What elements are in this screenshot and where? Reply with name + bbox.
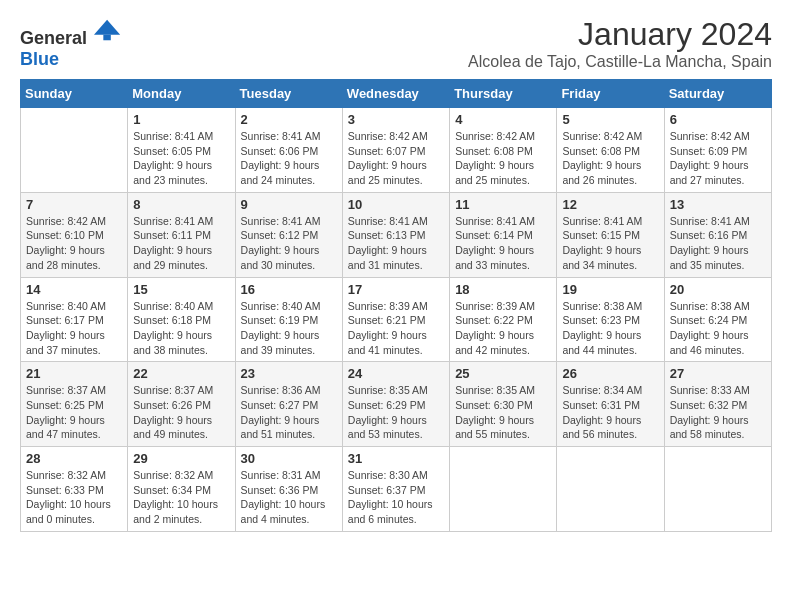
day-number: 30 [241, 451, 337, 466]
day-number: 9 [241, 197, 337, 212]
calendar-cell: 27Sunrise: 8:33 AMSunset: 6:32 PMDayligh… [664, 362, 771, 447]
calendar-cell [21, 108, 128, 193]
calendar-cell: 2Sunrise: 8:41 AMSunset: 6:06 PMDaylight… [235, 108, 342, 193]
calendar-cell: 5Sunrise: 8:42 AMSunset: 6:08 PMDaylight… [557, 108, 664, 193]
day-number: 20 [670, 282, 766, 297]
day-info: Sunrise: 8:36 AMSunset: 6:27 PMDaylight:… [241, 383, 337, 442]
day-number: 31 [348, 451, 444, 466]
page-header: General Blue January 2024 Alcolea de Taj… [20, 16, 772, 71]
calendar-cell: 3Sunrise: 8:42 AMSunset: 6:07 PMDaylight… [342, 108, 449, 193]
day-number: 2 [241, 112, 337, 127]
day-info: Sunrise: 8:40 AMSunset: 6:19 PMDaylight:… [241, 299, 337, 358]
calendar-cell: 16Sunrise: 8:40 AMSunset: 6:19 PMDayligh… [235, 277, 342, 362]
day-number: 16 [241, 282, 337, 297]
day-number: 4 [455, 112, 551, 127]
day-info: Sunrise: 8:41 AMSunset: 6:15 PMDaylight:… [562, 214, 658, 273]
logo-icon [94, 16, 122, 44]
calendar-cell [450, 447, 557, 532]
day-info: Sunrise: 8:41 AMSunset: 6:13 PMDaylight:… [348, 214, 444, 273]
header-wednesday: Wednesday [342, 80, 449, 108]
day-info: Sunrise: 8:41 AMSunset: 6:14 PMDaylight:… [455, 214, 551, 273]
calendar-week-row: 1Sunrise: 8:41 AMSunset: 6:05 PMDaylight… [21, 108, 772, 193]
day-number: 29 [133, 451, 229, 466]
day-number: 19 [562, 282, 658, 297]
logo: General Blue [20, 16, 122, 70]
day-info: Sunrise: 8:30 AMSunset: 6:37 PMDaylight:… [348, 468, 444, 527]
day-info: Sunrise: 8:42 AMSunset: 6:08 PMDaylight:… [562, 129, 658, 188]
svg-marker-0 [94, 20, 120, 35]
day-number: 1 [133, 112, 229, 127]
day-number: 7 [26, 197, 122, 212]
day-info: Sunrise: 8:41 AMSunset: 6:16 PMDaylight:… [670, 214, 766, 273]
day-info: Sunrise: 8:42 AMSunset: 6:07 PMDaylight:… [348, 129, 444, 188]
day-number: 25 [455, 366, 551, 381]
calendar-cell: 9Sunrise: 8:41 AMSunset: 6:12 PMDaylight… [235, 192, 342, 277]
day-number: 13 [670, 197, 766, 212]
calendar-cell: 8Sunrise: 8:41 AMSunset: 6:11 PMDaylight… [128, 192, 235, 277]
day-number: 17 [348, 282, 444, 297]
title-section: January 2024 Alcolea de Tajo, Castille-L… [468, 16, 772, 71]
calendar-cell: 28Sunrise: 8:32 AMSunset: 6:33 PMDayligh… [21, 447, 128, 532]
calendar-cell: 23Sunrise: 8:36 AMSunset: 6:27 PMDayligh… [235, 362, 342, 447]
day-number: 23 [241, 366, 337, 381]
day-info: Sunrise: 8:41 AMSunset: 6:11 PMDaylight:… [133, 214, 229, 273]
calendar-week-row: 7Sunrise: 8:42 AMSunset: 6:10 PMDaylight… [21, 192, 772, 277]
day-info: Sunrise: 8:42 AMSunset: 6:08 PMDaylight:… [455, 129, 551, 188]
header-monday: Monday [128, 80, 235, 108]
calendar-cell: 7Sunrise: 8:42 AMSunset: 6:10 PMDaylight… [21, 192, 128, 277]
day-info: Sunrise: 8:38 AMSunset: 6:24 PMDaylight:… [670, 299, 766, 358]
logo-text: General Blue [20, 16, 122, 70]
day-number: 22 [133, 366, 229, 381]
day-info: Sunrise: 8:35 AMSunset: 6:30 PMDaylight:… [455, 383, 551, 442]
location-title: Alcolea de Tajo, Castille-La Mancha, Spa… [468, 53, 772, 71]
day-info: Sunrise: 8:39 AMSunset: 6:22 PMDaylight:… [455, 299, 551, 358]
calendar-week-row: 14Sunrise: 8:40 AMSunset: 6:17 PMDayligh… [21, 277, 772, 362]
day-info: Sunrise: 8:32 AMSunset: 6:33 PMDaylight:… [26, 468, 122, 527]
day-number: 8 [133, 197, 229, 212]
calendar-cell: 18Sunrise: 8:39 AMSunset: 6:22 PMDayligh… [450, 277, 557, 362]
calendar-cell: 30Sunrise: 8:31 AMSunset: 6:36 PMDayligh… [235, 447, 342, 532]
day-number: 28 [26, 451, 122, 466]
calendar-cell: 4Sunrise: 8:42 AMSunset: 6:08 PMDaylight… [450, 108, 557, 193]
calendar-cell: 17Sunrise: 8:39 AMSunset: 6:21 PMDayligh… [342, 277, 449, 362]
day-info: Sunrise: 8:41 AMSunset: 6:12 PMDaylight:… [241, 214, 337, 273]
logo-general: General [20, 28, 87, 48]
day-info: Sunrise: 8:32 AMSunset: 6:34 PMDaylight:… [133, 468, 229, 527]
calendar-cell: 25Sunrise: 8:35 AMSunset: 6:30 PMDayligh… [450, 362, 557, 447]
day-info: Sunrise: 8:39 AMSunset: 6:21 PMDaylight:… [348, 299, 444, 358]
header-saturday: Saturday [664, 80, 771, 108]
day-number: 21 [26, 366, 122, 381]
day-info: Sunrise: 8:41 AMSunset: 6:05 PMDaylight:… [133, 129, 229, 188]
calendar-cell: 10Sunrise: 8:41 AMSunset: 6:13 PMDayligh… [342, 192, 449, 277]
calendar-cell [557, 447, 664, 532]
calendar-cell: 1Sunrise: 8:41 AMSunset: 6:05 PMDaylight… [128, 108, 235, 193]
calendar-week-row: 21Sunrise: 8:37 AMSunset: 6:25 PMDayligh… [21, 362, 772, 447]
header-tuesday: Tuesday [235, 80, 342, 108]
calendar-cell: 31Sunrise: 8:30 AMSunset: 6:37 PMDayligh… [342, 447, 449, 532]
day-info: Sunrise: 8:41 AMSunset: 6:06 PMDaylight:… [241, 129, 337, 188]
day-info: Sunrise: 8:38 AMSunset: 6:23 PMDaylight:… [562, 299, 658, 358]
calendar-cell: 19Sunrise: 8:38 AMSunset: 6:23 PMDayligh… [557, 277, 664, 362]
day-number: 18 [455, 282, 551, 297]
calendar-cell: 26Sunrise: 8:34 AMSunset: 6:31 PMDayligh… [557, 362, 664, 447]
calendar-cell: 29Sunrise: 8:32 AMSunset: 6:34 PMDayligh… [128, 447, 235, 532]
day-number: 26 [562, 366, 658, 381]
day-info: Sunrise: 8:37 AMSunset: 6:25 PMDaylight:… [26, 383, 122, 442]
day-number: 27 [670, 366, 766, 381]
day-info: Sunrise: 8:40 AMSunset: 6:18 PMDaylight:… [133, 299, 229, 358]
calendar-header-row: SundayMondayTuesdayWednesdayThursdayFrid… [21, 80, 772, 108]
calendar-cell: 20Sunrise: 8:38 AMSunset: 6:24 PMDayligh… [664, 277, 771, 362]
day-info: Sunrise: 8:42 AMSunset: 6:09 PMDaylight:… [670, 129, 766, 188]
calendar-cell: 21Sunrise: 8:37 AMSunset: 6:25 PMDayligh… [21, 362, 128, 447]
day-info: Sunrise: 8:37 AMSunset: 6:26 PMDaylight:… [133, 383, 229, 442]
day-number: 10 [348, 197, 444, 212]
day-number: 24 [348, 366, 444, 381]
day-info: Sunrise: 8:40 AMSunset: 6:17 PMDaylight:… [26, 299, 122, 358]
day-info: Sunrise: 8:33 AMSunset: 6:32 PMDaylight:… [670, 383, 766, 442]
calendar-table: SundayMondayTuesdayWednesdayThursdayFrid… [20, 79, 772, 532]
svg-rect-1 [103, 35, 110, 41]
day-number: 5 [562, 112, 658, 127]
calendar-cell: 6Sunrise: 8:42 AMSunset: 6:09 PMDaylight… [664, 108, 771, 193]
header-sunday: Sunday [21, 80, 128, 108]
calendar-cell: 13Sunrise: 8:41 AMSunset: 6:16 PMDayligh… [664, 192, 771, 277]
